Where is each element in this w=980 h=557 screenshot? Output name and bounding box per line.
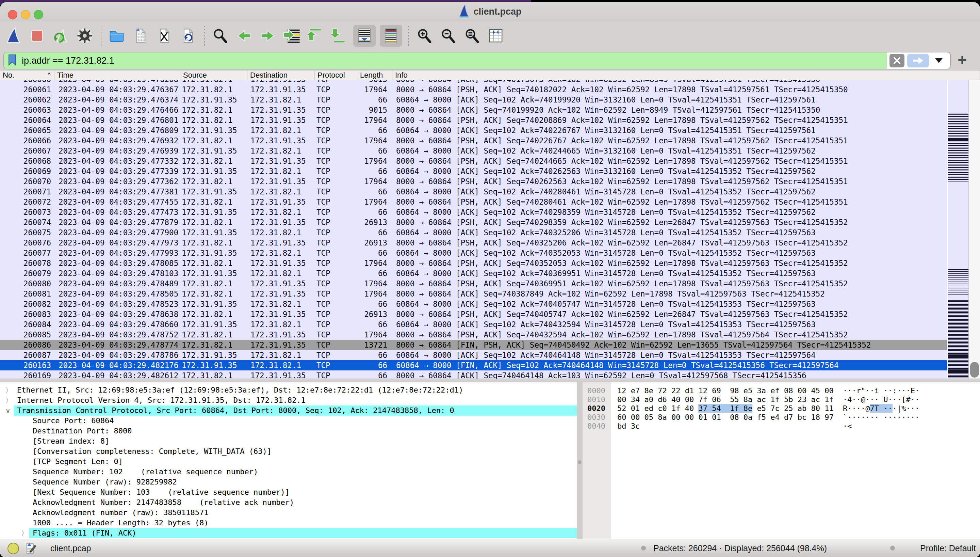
detail-row[interactable]: Acknowledgment Number: 2147483858 (relat… — [0, 497, 577, 508]
go-forward-button[interactable] — [258, 25, 277, 47]
close-file-button[interactable] — [154, 25, 174, 47]
go-first-packet-button[interactable] — [305, 25, 325, 47]
packet-row-260065[interactable]: 2600652023-04-09 04:03:29.476809172.31.9… — [0, 125, 947, 135]
capture-comment-icon[interactable] — [25, 542, 37, 555]
packet-row-260078[interactable]: 2600782023-04-09 04:03:29.478085172.31.8… — [0, 258, 947, 268]
packet-list-header: No.^TimeSourceDestinationProtocolLengthI… — [0, 70, 980, 80]
filter-clear-button[interactable] — [889, 54, 904, 67]
start-capture-button[interactable] — [3, 25, 23, 47]
restart-capture-button[interactable] — [51, 25, 71, 47]
packet-row-260075[interactable]: 2600752023-04-09 04:03:29.477900172.31.9… — [0, 228, 947, 238]
hex-row-0030[interactable]: 003060 00 05 8a 00 00 01 01 08 0a f5 e4 … — [582, 413, 980, 422]
reload-file-button[interactable]: 10100111 — [178, 25, 198, 47]
go-back-button[interactable] — [234, 25, 254, 47]
zoom-original-button[interactable] — [462, 25, 482, 47]
go-to-packet-button[interactable] — [282, 25, 302, 47]
cell-dst: 172.31.91.35 — [250, 85, 306, 94]
detail-row[interactable]: 〉Internet Protocol Version 4, Src: 172.3… — [0, 395, 577, 406]
packet-row-260063[interactable]: 2600632023-04-09 04:03:29.476466172.31.8… — [0, 105, 947, 115]
detail-row[interactable]: Sequence Number: 102 (relative sequence … — [0, 467, 577, 477]
packet-row-260072[interactable]: 2600722023-04-09 04:03:29.477455172.31.8… — [0, 197, 947, 207]
packet-row-260080[interactable]: 2600802023-04-09 04:03:29.478489172.31.8… — [0, 278, 947, 289]
packet-row-260077[interactable]: 2600772023-04-09 04:03:29.477993172.31.9… — [0, 248, 947, 258]
hex-row-0040[interactable]: 0040bd 3c·< — [582, 422, 980, 431]
packet-row-260061[interactable]: 2600612023-04-09 04:03:29.476367172.31.8… — [0, 85, 947, 94]
column-header-length[interactable]: Length — [357, 70, 392, 80]
zoom-in-button[interactable] — [414, 25, 434, 47]
packet-row-260074[interactable]: 2600742023-04-09 04:03:29.477879172.31.8… — [0, 217, 947, 228]
detail-row[interactable]: [Conversation completeness: Complete, WI… — [0, 446, 577, 456]
column-header-no[interactable]: No.^ — [0, 70, 54, 80]
column-header-info[interactable]: Info — [392, 70, 980, 80]
status-profile[interactable]: Profile: Default — [920, 539, 976, 557]
detail-row[interactable]: Acknowledgment number (raw): 3850118571 — [0, 508, 577, 518]
cell-dst: 172.31.82.1 — [250, 319, 301, 329]
packet-list-scrollbar[interactable] — [969, 80, 980, 379]
detail-row[interactable]: 〉Flags: 0x011 (FIN, ACK) — [0, 528, 577, 538]
scrollbar-minimap[interactable] — [948, 80, 969, 379]
packet-row-260079[interactable]: 2600792023-04-09 04:03:29.478103172.31.9… — [0, 268, 947, 278]
chevron-down-icon[interactable]: ∨ — [5, 406, 11, 416]
packet-row-260076[interactable]: 2600762023-04-09 04:03:29.477973172.31.8… — [0, 238, 947, 248]
display-filter-text[interactable]: ip.addr == 172.31.82.1 — [22, 55, 114, 66]
packet-row-260060[interactable]: 2600602023-04-09 04:03:29.476208172.31.8… — [0, 80, 947, 85]
vertical-splitter[interactable] — [577, 382, 582, 541]
detail-row[interactable]: [Next Sequence Number: 103 (relative seq… — [0, 487, 577, 497]
packet-row-260086[interactable]: 2600862023-04-09 04:03:29.478774172.31.8… — [0, 340, 947, 350]
packet-row-260068[interactable]: 2600682023-04-09 04:03:29.477332172.31.8… — [0, 156, 947, 166]
packet-row-260064[interactable]: 2600642023-04-09 04:03:29.476801172.31.8… — [0, 115, 947, 125]
packet-row-260083[interactable]: 2600832023-04-09 04:03:29.478638172.31.8… — [0, 309, 947, 319]
go-last-packet-button[interactable] — [329, 25, 349, 47]
packet-row-260081[interactable]: 2600812023-04-09 04:03:29.478505172.31.8… — [0, 289, 947, 299]
capture-options-button[interactable] — [75, 25, 94, 47]
detail-row[interactable]: ∨Transmission Control Protocol, Src Port… — [0, 406, 577, 416]
auto-scroll-toggle-button[interactable] — [353, 25, 376, 47]
filter-add-button[interactable]: + — [954, 51, 971, 69]
packet-row-260084[interactable]: 2600842023-04-09 04:03:29.478660172.31.9… — [0, 319, 947, 329]
chevron-right-icon[interactable]: 〉 — [5, 385, 12, 395]
cell-time: 2023-04-09 04:03:29.477973 — [58, 238, 178, 248]
packet-row-260071[interactable]: 2600712023-04-09 04:03:29.477381172.31.9… — [0, 187, 947, 197]
packet-row-260169[interactable]: 2601692023-04-09 04:03:29.482612172.31.8… — [0, 370, 947, 379]
display-filter-field[interactable]: ip.addr == 172.31.82.1 — [3, 52, 951, 70]
filter-history-caret-icon[interactable] — [935, 58, 943, 63]
save-file-button[interactable]: 010100110101110 — [131, 25, 151, 47]
packet-row-260066[interactable]: 2600662023-04-09 04:03:29.476932172.31.8… — [0, 135, 947, 146]
detail-row[interactable]: Destination Port: 8000 — [0, 426, 577, 436]
resize-columns-button[interactable] — [486, 25, 506, 47]
hex-row-0020[interactable]: 002052 01 ed c0 1f 40 37 54 1f 8e e5 7c … — [582, 404, 980, 413]
filter-bookmark-icon[interactable] — [8, 54, 17, 67]
detail-row[interactable]: Sequence Number (raw): 928259982 — [0, 477, 577, 487]
packet-row-260070[interactable]: 2600702023-04-09 04:03:29.477362172.31.8… — [0, 176, 947, 187]
packet-row-260069[interactable]: 2600692023-04-09 04:03:29.477339172.31.9… — [0, 166, 947, 176]
packet-row-260085[interactable]: 2600852023-04-09 04:03:29.478752172.31.8… — [0, 329, 947, 340]
column-header-destination[interactable]: Destination — [247, 70, 315, 80]
expert-info-icon[interactable] — [8, 543, 19, 554]
scrollbar-thumb[interactable] — [970, 362, 979, 378]
column-header-protocol[interactable]: Protocol — [315, 70, 357, 80]
detail-row[interactable]: 〉Ethernet II, Src: 12:69:98:e5:3a:ef (12… — [0, 385, 577, 395]
packet-row-260163[interactable]: 2601632023-04-09 04:03:29.482176172.31.9… — [0, 360, 947, 370]
display-filter-input[interactable]: ip.addr == 172.31.82.1 — [4, 52, 887, 69]
filter-apply-button[interactable] — [907, 54, 929, 67]
packet-row-260073[interactable]: 2600732023-04-09 04:03:29.477473172.31.9… — [0, 207, 947, 217]
stop-capture-button[interactable] — [27, 25, 47, 47]
packet-row-260082[interactable]: 2600822023-04-09 04:03:29.478523172.31.9… — [0, 299, 947, 309]
column-header-time[interactable]: Time — [54, 70, 180, 80]
packet-row-260067[interactable]: 2600672023-04-09 04:03:29.476939172.31.9… — [0, 146, 947, 156]
packet-row-260087[interactable]: 2600872023-04-09 04:03:29.478786172.31.9… — [0, 350, 947, 360]
hex-row-0000[interactable]: 000012 e7 8e 72 22 d1 12 69 98 e5 3a ef … — [582, 386, 980, 395]
detail-row[interactable]: 1000 .... = Header Length: 32 bytes (8) — [0, 518, 577, 528]
packet-row-260062[interactable]: 2600622023-04-09 04:03:29.476374172.31.9… — [0, 94, 947, 105]
column-header-source[interactable]: Source — [180, 70, 247, 80]
chevron-right-icon[interactable]: 〉 — [21, 528, 28, 538]
detail-row[interactable]: [TCP Segment Len: 0] — [0, 456, 577, 467]
zoom-out-button[interactable] — [438, 25, 458, 47]
detail-row[interactable]: Source Port: 60864 — [0, 416, 577, 426]
hex-row-0010[interactable]: 001000 34 a0 d6 40 00 7f 06 55 8a ac 1f … — [582, 395, 980, 404]
detail-row[interactable]: [Stream index: 8] — [0, 436, 577, 446]
chevron-right-icon[interactable]: 〉 — [5, 395, 12, 406]
colorize-toggle-button[interactable] — [380, 25, 402, 47]
find-packet-button[interactable] — [210, 25, 230, 47]
open-file-button[interactable] — [107, 25, 127, 47]
